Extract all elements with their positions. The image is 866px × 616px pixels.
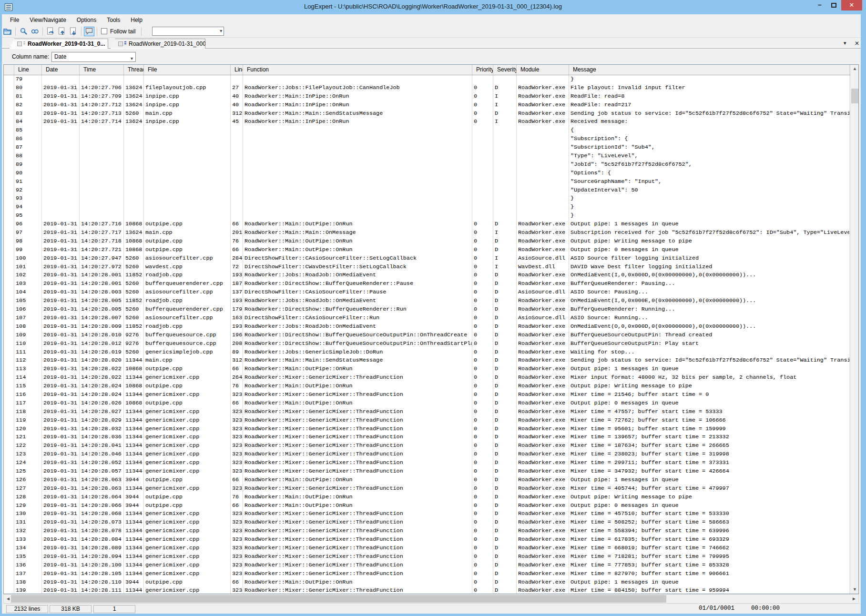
- minimize-button[interactable]: –: [813, 0, 826, 10]
- table-row[interactable]: 1132019-01-3114:20:28.02210868outpipe.cp…: [4, 365, 850, 374]
- table-row[interactable]: 1122019-01-3114:20:28.02011344main.cpp31…: [4, 356, 850, 365]
- table-row[interactable]: 1242019-01-3114:20:28.05211344genericmix…: [4, 459, 850, 467]
- follow-tail-checkbox[interactable]: Follow tail: [101, 28, 135, 35]
- column-header-margin[interactable]: [4, 65, 14, 75]
- close-button[interactable]: ✕: [841, 0, 862, 10]
- table-row[interactable]: 89"JobId": "5c52f61b7f27f52d8c6f6752",: [4, 161, 850, 169]
- column-header-function[interactable]: Function: [243, 65, 472, 75]
- table-row[interactable]: 95}: [4, 212, 850, 220]
- table-row[interactable]: 1312019-01-3114:20:28.07311344genericmix…: [4, 518, 850, 527]
- vertical-scrollbar[interactable]: ▲ ▼: [850, 65, 858, 594]
- column-header-priority[interactable]: Priority: [472, 65, 493, 75]
- horizontal-scroll-thumb[interactable]: [11, 595, 666, 603]
- tab-overflow-icon[interactable]: ▾: [844, 40, 846, 46]
- table-row[interactable]: 992019-01-3114:20:27.72110868outpipe.cpp…: [4, 246, 850, 254]
- table-row[interactable]: 1202019-01-3114:20:28.03211344genericmix…: [4, 425, 850, 434]
- checkbox-icon[interactable]: [101, 28, 107, 34]
- table-row[interactable]: 86"Subscription": {: [4, 135, 850, 143]
- scroll-up-icon[interactable]: ▲: [851, 65, 859, 73]
- menu-help[interactable]: Help: [125, 17, 148, 23]
- bookmark-up-icon[interactable]: [57, 27, 67, 36]
- bookmark-down-icon[interactable]: [68, 27, 79, 36]
- table-row[interactable]: 1012019-01-3114:20:27.9725260wavdest.cpp…: [4, 263, 850, 272]
- table-row[interactable]: 1192019-01-3114:20:28.02911344genericmix…: [4, 416, 850, 425]
- table-row[interactable]: 1372019-01-3114:20:28.10511344genericmix…: [4, 570, 850, 578]
- column-header-time[interactable]: Time: [80, 65, 124, 75]
- table-row[interactable]: 802019-01-3114:20:27.70613624fileplayout…: [4, 84, 850, 92]
- scroll-right-icon[interactable]: ►: [850, 595, 858, 603]
- menu-file[interactable]: File: [5, 17, 24, 23]
- comment-bookmark-icon[interactable]: [84, 27, 94, 36]
- table-row[interactable]: 1042019-01-3114:20:28.0035260asiosourcef…: [4, 288, 850, 297]
- menu-options[interactable]: Options: [71, 17, 102, 23]
- chevron-down-icon[interactable]: ▾: [131, 54, 133, 63]
- table-row[interactable]: 1142019-01-3114:20:28.02211344genericmix…: [4, 374, 850, 382]
- column-header-message[interactable]: Message: [569, 65, 850, 75]
- column-header-severity[interactable]: Severity: [493, 65, 517, 75]
- search-document-icon[interactable]: [30, 27, 40, 36]
- menu-tools[interactable]: Tools: [102, 17, 125, 23]
- table-row[interactable]: 94}: [4, 203, 850, 212]
- table-row[interactable]: 832019-01-3114:20:27.7135260main.cpp312R…: [4, 110, 850, 118]
- tab-roadworker-log-2[interactable]: RoadWorker_2019-01-31_000_...: [110, 39, 205, 49]
- table-row[interactable]: 1002019-01-3114:20:27.9475260asiosourcef…: [4, 254, 850, 263]
- table-row[interactable]: 1352019-01-3114:20:28.09411344genericmix…: [4, 553, 850, 561]
- table-row[interactable]: 1332019-01-3114:20:28.08411344genericmix…: [4, 535, 850, 544]
- table-row[interactable]: 91"SourceGraphName": "Input",: [4, 178, 850, 186]
- menu-view-navigate[interactable]: View/Navigate: [24, 17, 71, 23]
- open-file-icon[interactable]: [2, 27, 13, 36]
- title-bar[interactable]: LogExpert - U:\public\HSC\ROAD\Logging\W…: [0, 0, 866, 14]
- table-row[interactable]: 87"SubscriptionId": "Sub4",: [4, 143, 850, 152]
- table-row[interactable]: 1152019-01-3114:20:28.02410868outpipe.cp…: [4, 382, 850, 391]
- table-row[interactable]: 962019-01-3114:20:27.71610868outpipe.cpp…: [4, 220, 850, 229]
- table-row[interactable]: 1162019-01-3114:20:28.02411344genericmix…: [4, 391, 850, 399]
- table-row[interactable]: 982019-01-3114:20:27.71810868outpipe.cpp…: [4, 237, 850, 246]
- scroll-down-icon[interactable]: ▼: [851, 586, 859, 594]
- table-row[interactable]: 1282019-01-3114:20:28.0643944outpipe.cpp…: [4, 493, 850, 502]
- table-row[interactable]: 822019-01-3114:20:27.71213624inpipe.cpp4…: [4, 101, 850, 110]
- column-header-line[interactable]: Line: [14, 65, 42, 75]
- table-row[interactable]: 88"Type": "LiveLevel",: [4, 152, 850, 161]
- column-header-module[interactable]: Module: [517, 65, 569, 75]
- table-row[interactable]: 1382019-01-3114:20:28.1103944outpipe.cpp…: [4, 578, 850, 587]
- column-header-date[interactable]: Date: [42, 65, 80, 75]
- table-row[interactable]: 90"Options": {: [4, 169, 850, 178]
- bookmark-next-icon[interactable]: [45, 27, 56, 36]
- table-row[interactable]: 1362019-01-3114:20:28.10011344genericmix…: [4, 561, 850, 570]
- table-row[interactable]: 1112019-01-3114:20:28.0195260genericsimp…: [4, 348, 850, 357]
- table-row[interactable]: 972019-01-3114:20:27.71713624main.cpp201…: [4, 229, 850, 237]
- chevron-down-icon[interactable]: ▾: [220, 28, 222, 33]
- table-row[interactable]: 812019-01-3114:20:27.70913624inpipe.cpp4…: [4, 92, 850, 101]
- table-row[interactable]: 1102019-01-3114:20:28.0129276bufferqueue…: [4, 340, 850, 348]
- column-header-thread[interactable]: Thread: [124, 65, 144, 75]
- table-row[interactable]: 1092019-01-3114:20:28.0109276bufferqueue…: [4, 331, 850, 340]
- search-icon[interactable]: [18, 27, 29, 36]
- column-header-line[interactable]: Line: [231, 65, 243, 75]
- table-row[interactable]: 1172019-01-3114:20:28.02610868outpipe.cp…: [4, 399, 850, 408]
- filter-combobox[interactable]: ▾: [152, 27, 224, 36]
- table-row[interactable]: 1272019-01-3114:20:28.06311344genericmix…: [4, 485, 850, 493]
- table-row[interactable]: 85{: [4, 126, 850, 135]
- column-header-file[interactable]: File: [144, 65, 231, 75]
- follow-tail-label[interactable]: Follow tail: [110, 28, 135, 35]
- table-row[interactable]: 1252019-01-3114:20:28.05711344genericmix…: [4, 467, 850, 476]
- table-row[interactable]: 1322019-01-3114:20:28.07811344genericmix…: [4, 527, 850, 535]
- table-row[interactable]: 1072019-01-3114:20:28.0075260asiosourcef…: [4, 314, 850, 323]
- table-row[interactable]: 1052019-01-3114:20:28.00511852roadjob.cp…: [4, 297, 850, 305]
- table-row[interactable]: 92"UpdateInterval": 50: [4, 186, 850, 195]
- table-row[interactable]: 1232019-01-3114:20:28.04611344genericmix…: [4, 450, 850, 459]
- table-row[interactable]: 1082019-01-3114:20:28.00911852roadjob.cp…: [4, 323, 850, 331]
- table-row[interactable]: 1262019-01-3114:20:28.0633944outpipe.cpp…: [4, 476, 850, 485]
- table-row[interactable]: 1182019-01-3114:20:28.02711344genericmix…: [4, 408, 850, 416]
- table-row[interactable]: 93}: [4, 194, 850, 203]
- column-name-select[interactable]: Date ▾: [51, 52, 136, 62]
- table-row[interactable]: 842019-01-3114:20:27.71413624inpipe.cpp4…: [4, 118, 850, 126]
- table-row[interactable]: 1062019-01-3114:20:28.0055260bufferqueue…: [4, 305, 850, 314]
- horizontal-scrollbar[interactable]: ◄ ►: [3, 594, 859, 604]
- table-row[interactable]: 1222019-01-3114:20:28.04111344genericmix…: [4, 442, 850, 450]
- vertical-scroll-thumb[interactable]: [851, 89, 858, 103]
- table-row[interactable]: 1032019-01-3114:20:28.0015260bufferqueue…: [4, 280, 850, 288]
- table-row[interactable]: 1212019-01-3114:20:28.03611344genericmix…: [4, 433, 850, 442]
- table-row[interactable]: 1302019-01-3114:20:28.06811344genericmix…: [4, 510, 850, 518]
- table-row[interactable]: 1392019-01-3114:20:28.11111344genericmix…: [4, 586, 850, 594]
